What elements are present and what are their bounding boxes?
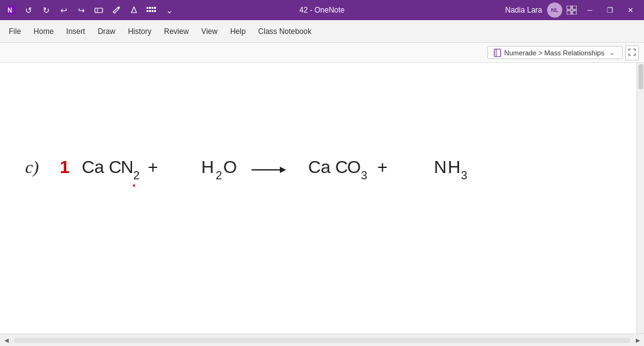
user-avatar[interactable]: NL (547, 3, 562, 18)
svg-text:1: 1 (60, 157, 70, 177)
equation-container: c) 1 C a C N 2 + H 2 O C a (19, 145, 631, 195)
breadcrumb: Numerade > Mass Relationships ⌄ (487, 46, 623, 59)
more-tools-button[interactable] (145, 3, 158, 17)
horizontal-scrollbar[interactable]: ◀ ▶ (0, 333, 644, 346)
svg-rect-8 (147, 10, 148, 12)
menu-draw[interactable]: Draw (91, 25, 121, 38)
svg-text:2: 2 (216, 169, 222, 182)
svg-rect-14 (567, 11, 571, 14)
svg-rect-4 (147, 7, 148, 9)
scrollbar-thumb-vertical[interactable] (638, 64, 643, 89)
svg-rect-9 (149, 10, 151, 12)
eraser-button[interactable] (92, 3, 106, 17)
scroll-left-button[interactable]: ◀ (0, 334, 13, 347)
svg-rect-10 (152, 10, 153, 12)
svg-text:O: O (223, 157, 237, 177)
menu-home[interactable]: Home (27, 25, 60, 38)
user-name: Nadia Lara (505, 6, 542, 14)
svg-text:N: N (121, 157, 133, 177)
svg-rect-13 (572, 6, 577, 9)
svg-text:H: H (201, 157, 214, 177)
svg-rect-11 (154, 10, 156, 12)
canvas-area: c) 1 C a C N 2 + H 2 O C a (0, 63, 644, 333)
svg-rect-2 (95, 8, 103, 13)
svg-text:a: a (321, 157, 331, 177)
fullscreen-icon (628, 48, 636, 56)
svg-point-40 (133, 184, 135, 187)
forward-button[interactable]: ↻ (39, 3, 53, 17)
pen-button[interactable] (109, 3, 123, 17)
svg-text:O: O (347, 157, 361, 177)
menu-history[interactable]: History (121, 25, 157, 38)
svg-rect-15 (572, 11, 577, 14)
breadcrumb-text: Numerade > Mass Relationships (504, 49, 604, 57)
breadcrumb-expand-button[interactable]: ⌄ (607, 48, 617, 57)
svg-text:C: C (335, 157, 348, 177)
svg-text:c): c) (25, 157, 39, 177)
svg-text:+: + (377, 157, 387, 177)
vertical-scrollbar[interactable] (636, 63, 644, 333)
svg-rect-5 (149, 7, 151, 9)
menu-insert[interactable]: Insert (60, 25, 91, 38)
undo-button[interactable]: ↩ (57, 3, 70, 17)
back-button[interactable]: ↺ (21, 3, 35, 17)
svg-text:3: 3 (461, 169, 467, 182)
svg-rect-7 (154, 7, 156, 9)
breadcrumb-bar: Numerade > Mass Relationships ⌄ (0, 43, 644, 63)
svg-text:a: a (94, 157, 104, 177)
scroll-right-button[interactable]: ▶ (631, 334, 644, 347)
titlebar-left: N ↺ ↻ ↩ ↪ ⌄ (5, 3, 176, 17)
notebook-icon (493, 48, 502, 57)
titlebar: N ↺ ↻ ↩ ↪ ⌄ (0, 0, 644, 20)
onenote-icon: N (5, 4, 18, 16)
layout-button[interactable] (565, 3, 579, 17)
equation-svg: c) 1 C a C N 2 + H 2 O C a (19, 145, 585, 195)
fullscreen-button[interactable] (625, 45, 639, 60)
svg-text:N: N (434, 157, 447, 177)
restore-button[interactable]: ❐ (601, 3, 619, 17)
svg-text:2: 2 (133, 169, 140, 182)
svg-rect-12 (567, 6, 571, 9)
scrollbar-track-horizontal (14, 338, 630, 343)
menubar: File Home Insert Draw History Review Vie… (0, 20, 644, 43)
svg-rect-16 (494, 49, 501, 57)
svg-rect-6 (152, 7, 153, 9)
svg-text:N: N (8, 7, 12, 14)
window-title: 42 - OneNote (299, 6, 345, 14)
menu-help[interactable]: Help (224, 25, 252, 38)
redo-button[interactable]: ↪ (74, 3, 88, 17)
minimize-button[interactable]: ─ (581, 3, 599, 17)
svg-text:C: C (82, 157, 94, 177)
svg-text:3: 3 (361, 169, 367, 182)
menu-classnotebook[interactable]: Class Notebook (252, 25, 318, 38)
svg-marker-30 (280, 167, 286, 173)
menu-file[interactable]: File (3, 25, 27, 38)
svg-text:C: C (308, 157, 321, 177)
menu-review[interactable]: Review (158, 25, 195, 38)
dropdown-button[interactable]: ⌄ (162, 3, 176, 17)
highlighter-button[interactable] (127, 3, 141, 17)
svg-text:H: H (448, 157, 460, 177)
menu-view[interactable]: View (195, 25, 224, 38)
svg-text:C: C (109, 157, 121, 177)
titlebar-right: Nadia Lara NL ─ ❐ ✕ (505, 3, 639, 18)
svg-text:+: + (148, 157, 158, 177)
close-button[interactable]: ✕ (621, 3, 639, 17)
